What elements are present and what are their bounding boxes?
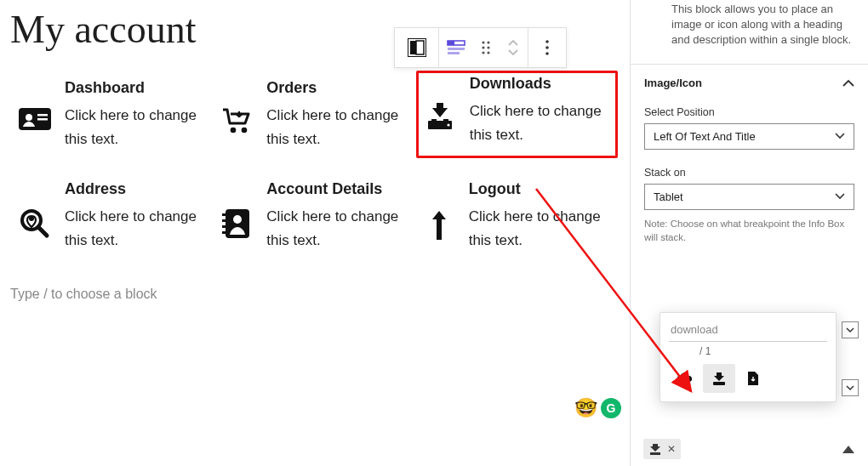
svg-rect-2 xyxy=(37,114,48,116)
drag-handle-icon[interactable] xyxy=(473,28,499,67)
remove-icon[interactable]: ✕ xyxy=(667,443,676,455)
svg-point-30 xyxy=(545,40,549,43)
svg-rect-15 xyxy=(222,225,227,228)
info-box-desc[interactable]: Click here to change this text. xyxy=(469,205,613,253)
svg-rect-16 xyxy=(222,231,227,234)
svg-rect-7 xyxy=(431,119,437,122)
emoji-icon[interactable]: 🤓 xyxy=(575,398,596,418)
selected-icon-chip[interactable]: ✕ xyxy=(643,439,681,459)
contacts-icon xyxy=(219,180,254,240)
svg-rect-22 xyxy=(448,48,465,50)
chevron-up-icon xyxy=(842,79,854,87)
info-box-title: Logout xyxy=(469,180,613,198)
svg-rect-23 xyxy=(448,52,460,54)
hidden-select-2[interactable] xyxy=(842,379,859,396)
svg-point-9 xyxy=(447,123,449,126)
info-box-desc[interactable]: Click here to change this text. xyxy=(266,104,410,151)
chevron-down-icon xyxy=(835,133,845,139)
position-select[interactable]: Left Of Text And Title xyxy=(644,123,854,150)
arrow-up-icon xyxy=(421,180,457,242)
svg-rect-18 xyxy=(410,41,416,54)
selected-icon-chip-row: ✕ xyxy=(643,439,854,459)
svg-rect-34 xyxy=(650,452,660,455)
info-box-title: Address xyxy=(65,180,208,198)
icon-option-download[interactable] xyxy=(703,364,735,393)
svg-point-27 xyxy=(487,46,489,48)
svg-point-24 xyxy=(482,41,484,43)
info-box-desc[interactable]: Click here to change this text. xyxy=(470,99,610,147)
cart-icon xyxy=(219,79,254,135)
info-box-downloads[interactable]: Downloads Click here to change this text… xyxy=(416,71,618,158)
svg-point-28 xyxy=(482,51,484,54)
id-card-icon xyxy=(17,79,53,132)
svg-rect-3 xyxy=(37,118,48,121)
magnify-pin-icon xyxy=(17,180,53,240)
position-label: Select Position xyxy=(644,106,854,118)
align-button[interactable] xyxy=(439,28,473,67)
svg-point-5 xyxy=(242,128,248,134)
info-box-account-details[interactable]: Account Details Click here to change thi… xyxy=(219,177,410,253)
more-options-button[interactable] xyxy=(528,28,566,67)
chevron-down-icon xyxy=(835,193,845,200)
move-buttons[interactable] xyxy=(499,28,528,67)
stack-label: Stack on xyxy=(644,167,854,179)
stack-select[interactable]: Tablet xyxy=(644,184,854,210)
svg-point-1 xyxy=(26,114,32,121)
icon-option-file-download[interactable] xyxy=(737,364,769,393)
icon-option-cloud-download[interactable] xyxy=(669,364,701,393)
stack-note: Note: Choose on what breakpoint the Info… xyxy=(644,217,854,244)
info-box-grid: Dashboard Click here to change this text… xyxy=(7,76,623,253)
svg-rect-14 xyxy=(222,219,227,222)
svg-rect-19 xyxy=(416,41,424,54)
info-box-title: Downloads xyxy=(470,75,610,93)
icon-picker-popover: / 1 xyxy=(660,312,837,402)
svg-rect-21 xyxy=(448,41,454,45)
svg-rect-33 xyxy=(713,382,725,385)
info-box-logout[interactable]: Logout Click here to change this text. xyxy=(421,177,613,253)
info-box-orders[interactable]: Orders Click here to change this text. xyxy=(219,76,410,153)
icon-search-input[interactable] xyxy=(669,320,827,342)
svg-point-4 xyxy=(231,128,237,134)
svg-point-26 xyxy=(482,46,484,48)
block-description: This block allows you to place an image … xyxy=(631,0,868,64)
info-box-dashboard[interactable]: Dashboard Click here to change this text… xyxy=(17,76,208,153)
info-box-title: Dashboard xyxy=(65,79,208,97)
info-box-title: Orders xyxy=(266,79,410,97)
svg-rect-8 xyxy=(443,119,448,122)
scroll-up-icon[interactable] xyxy=(842,446,854,453)
download-icon xyxy=(422,75,458,133)
block-toolbar xyxy=(394,27,567,68)
grammarly-icon[interactable]: G xyxy=(601,398,621,418)
icon-pager: / 1 xyxy=(669,342,827,364)
info-box-address[interactable]: Address Click here to change this text. xyxy=(17,177,208,253)
info-box-desc[interactable]: Click here to change this text. xyxy=(266,205,410,253)
block-type-button[interactable] xyxy=(395,28,439,67)
svg-rect-13 xyxy=(222,213,227,216)
panel-image-icon[interactable]: Image/Icon xyxy=(631,65,868,101)
info-box-desc[interactable]: Click here to change this text. xyxy=(65,104,208,151)
svg-point-32 xyxy=(545,52,549,55)
svg-point-17 xyxy=(233,215,242,224)
svg-point-25 xyxy=(487,41,489,43)
hidden-select-1[interactable] xyxy=(842,321,859,338)
svg-point-29 xyxy=(487,51,489,54)
info-box-title: Account Details xyxy=(266,180,410,198)
block-appender[interactable]: Type / to choose a block xyxy=(7,287,623,302)
info-box-desc[interactable]: Click here to change this text. xyxy=(65,205,208,253)
svg-point-31 xyxy=(545,46,549,49)
